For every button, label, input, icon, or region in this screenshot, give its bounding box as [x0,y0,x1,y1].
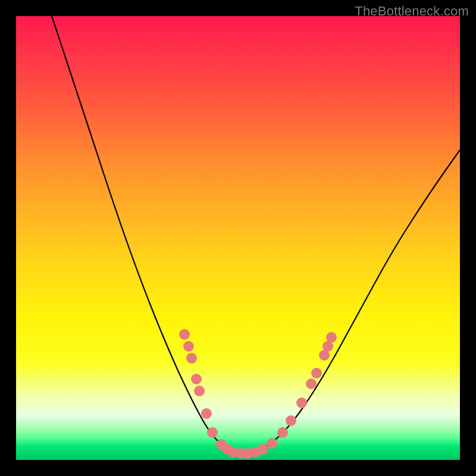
bottleneck-curve [52,16,460,453]
marker-dot [296,397,307,408]
marker-dot [179,329,190,340]
marker-dot [207,427,218,438]
marker-dot [277,427,288,438]
marker-dot [267,438,277,449]
marker-dot [286,415,296,426]
curve-markers [179,329,337,459]
marker-dot [194,386,205,396]
watermark-text: TheBottleneck.com [355,4,469,19]
bottleneck-curve-plot [16,16,460,460]
marker-dot [201,408,212,419]
marker-dot [191,374,202,384]
marker-dot [186,353,197,364]
marker-dot [326,332,337,343]
marker-dot [306,378,317,389]
marker-dot [311,368,322,378]
marker-dot [183,341,194,352]
chart-frame [16,16,460,460]
marker-dot [258,444,268,455]
